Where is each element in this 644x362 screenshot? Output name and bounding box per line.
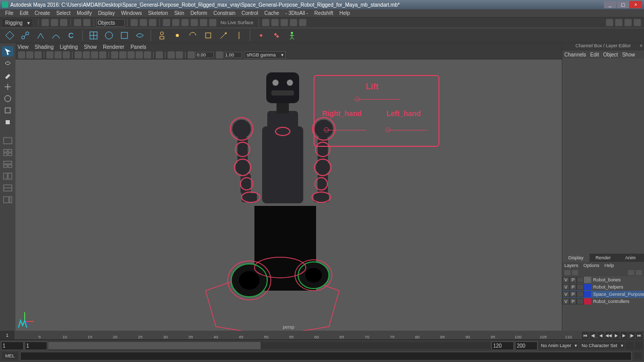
- layer-color-swatch[interactable]: [584, 298, 591, 304]
- maximize-button[interactable]: ▢: [617, 1, 629, 8]
- last-tool[interactable]: [2, 117, 13, 127]
- go-start-button[interactable]: ⏮: [582, 332, 589, 339]
- select-by-object-icon[interactable]: [140, 19, 147, 26]
- layer-row[interactable]: VPRobot_helpers: [562, 283, 644, 291]
- shelf-ikspline-icon[interactable]: [50, 29, 62, 42]
- scale-tool[interactable]: [2, 105, 13, 116]
- vt-shadows-icon[interactable]: [144, 51, 151, 59]
- layer-type-cell[interactable]: [577, 277, 584, 283]
- step-forward-key-button[interactable]: |▶: [628, 332, 635, 339]
- shelf-constraint-orient-icon[interactable]: [187, 29, 199, 42]
- menu-skin[interactable]: Skin: [171, 10, 187, 16]
- layer-move-down-icon[interactable]: [572, 270, 578, 275]
- time-slider[interactable]: 1 51015202530354045505560657075808590951…: [0, 331, 644, 340]
- anim-layer-dropdown[interactable]: No Anim Layer: [539, 342, 578, 349]
- layout-6-icon[interactable]: [2, 195, 13, 205]
- layer-playback-toggle[interactable]: P: [569, 298, 577, 304]
- vt-bookmarks-icon[interactable]: [34, 51, 42, 59]
- vt-image-plane-icon[interactable]: [46, 51, 53, 59]
- panel-menu-lighting[interactable]: Lighting: [60, 44, 78, 50]
- snap-live-icon[interactable]: [209, 19, 216, 26]
- new-scene-icon[interactable]: [42, 19, 49, 26]
- panel-menu-view[interactable]: View: [17, 44, 29, 50]
- undo-icon[interactable]: [74, 19, 81, 26]
- panel-menu-renderer[interactable]: Renderer: [103, 44, 124, 50]
- layer-color-swatch[interactable]: [584, 284, 591, 290]
- layer-row[interactable]: VPRobot_bones: [562, 276, 644, 283]
- go-end-button[interactable]: ⏭: [636, 332, 643, 339]
- time-ruler[interactable]: 5101520253035404550556065707580859095100…: [14, 331, 644, 339]
- range-end-field[interactable]: [491, 341, 514, 350]
- snap-plane-icon[interactable]: [191, 19, 198, 26]
- vt-xray-icon[interactable]: [168, 51, 175, 59]
- layout-7-icon[interactable]: [2, 206, 13, 217]
- shelf-select-icon[interactable]: [4, 29, 16, 42]
- vt-smooth-shade-icon[interactable]: [119, 51, 126, 59]
- layer-playback-toggle[interactable]: P: [569, 291, 577, 297]
- menu-help[interactable]: Help: [336, 10, 353, 16]
- gamma-field[interactable]: [224, 52, 242, 58]
- vt-lock-camera-icon[interactable]: [26, 51, 33, 59]
- save-scene-icon[interactable]: [60, 19, 67, 26]
- vt-2d-pan-icon[interactable]: [54, 51, 62, 59]
- close-button[interactable]: ×: [630, 1, 642, 8]
- layer-playback-toggle[interactable]: P: [569, 277, 577, 283]
- shelf-nonlinear-icon[interactable]: [134, 29, 146, 42]
- layer-playback-toggle[interactable]: P: [569, 284, 577, 290]
- single-view-icon[interactable]: [2, 136, 13, 146]
- shelf-constraint-aim-icon[interactable]: [217, 29, 230, 42]
- layer-visible-toggle[interactable]: V: [562, 277, 569, 283]
- construction-history-icon[interactable]: [262, 19, 269, 26]
- vt-select-camera-icon[interactable]: [18, 51, 25, 59]
- menu-windows[interactable]: Windows: [118, 10, 145, 16]
- step-back-button[interactable]: ◀: [597, 332, 604, 339]
- menu-select[interactable]: Select: [53, 10, 73, 16]
- layer-visible-toggle[interactable]: V: [562, 284, 569, 290]
- open-scene-icon[interactable]: [51, 19, 58, 26]
- shelf-wrap-icon[interactable]: [103, 29, 115, 42]
- vt-gamma-icon[interactable]: [216, 51, 223, 59]
- character-set-dropdown[interactable]: No Character Set: [579, 342, 624, 349]
- left-hand-slider-track[interactable]: [387, 130, 428, 130]
- viewport-3d[interactable]: Lift Right_hand Left_hand persp: [15, 60, 562, 331]
- select-by-component-icon[interactable]: [149, 19, 156, 26]
- layout-4-icon[interactable]: [2, 171, 13, 181]
- vt-wireframe-icon[interactable]: [111, 51, 118, 59]
- anim-min-field[interactable]: [1, 341, 24, 350]
- snap-grid-icon[interactable]: [163, 19, 170, 26]
- four-view-icon[interactable]: [2, 147, 13, 158]
- vt-xray-joints-icon[interactable]: [176, 51, 183, 59]
- lasso-tool[interactable]: [2, 58, 13, 68]
- menu-file[interactable]: File: [2, 10, 16, 16]
- shelf-key-icon[interactable]: [255, 29, 267, 42]
- menu-create[interactable]: Create: [31, 10, 53, 16]
- step-back-key-button[interactable]: ◀|: [590, 332, 597, 339]
- layer-visible-toggle[interactable]: V: [562, 298, 569, 304]
- select-mask-field[interactable]: [96, 19, 125, 27]
- snap-point-icon[interactable]: [181, 19, 189, 26]
- layer-color-swatch[interactable]: [584, 277, 591, 283]
- shelf-constraint-pole-icon[interactable]: [233, 29, 245, 42]
- menu-redshift[interactable]: Redshift: [311, 10, 337, 16]
- shelf-blend-icon[interactable]: [118, 29, 131, 42]
- shelf-constraint-scale-icon[interactable]: [202, 29, 214, 42]
- prefs-button[interactable]: [635, 341, 643, 350]
- layer-tab-render[interactable]: Render: [590, 254, 617, 262]
- ipr-render-icon[interactable]: [281, 19, 288, 26]
- render-frame-icon[interactable]: [271, 19, 279, 26]
- layer-new-selected-icon[interactable]: [636, 270, 642, 275]
- layer-type-cell[interactable]: [577, 291, 584, 297]
- right-hand-slider-track[interactable]: [325, 130, 366, 130]
- menu-skeleton[interactable]: Skeleton: [145, 10, 171, 16]
- layer-tab-display[interactable]: Display: [562, 254, 590, 262]
- layout-3-icon[interactable]: [2, 159, 13, 169]
- shelf-constraint-parent-icon[interactable]: [156, 29, 168, 42]
- lift-slider-knob[interactable]: [355, 97, 360, 102]
- vt-gate-mask-icon[interactable]: [99, 51, 106, 59]
- exposure-field[interactable]: [195, 52, 214, 58]
- vt-film-gate-icon[interactable]: [83, 51, 90, 59]
- panel-menu-panels[interactable]: Panels: [131, 44, 146, 50]
- select-tool[interactable]: [2, 46, 13, 56]
- lift-slider-track[interactable]: [356, 99, 399, 100]
- layer-move-up-icon[interactable]: [564, 270, 571, 275]
